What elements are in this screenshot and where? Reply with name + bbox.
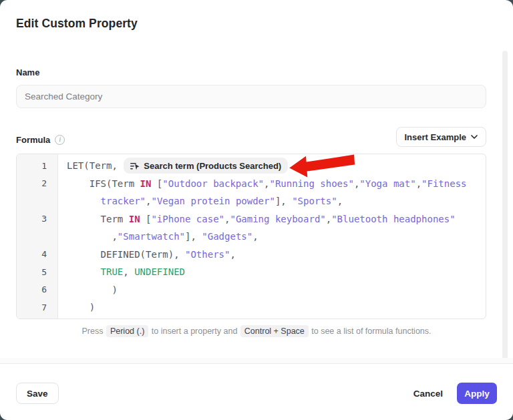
code-token: ) <box>67 302 95 312</box>
code-token: UNDEFINED <box>134 266 185 277</box>
line-number: 3 <box>17 214 58 224</box>
code-token: "Vegan protein powder" <box>151 196 275 206</box>
code-token <box>67 266 101 277</box>
code-token: Term <box>67 214 129 224</box>
formula-editor-rows: 1LET(Term, Search term (Products Searche… <box>17 157 486 317</box>
code-token: "Gadgets" <box>202 231 252 242</box>
code-token: IN <box>140 178 152 189</box>
code-row: 4 DEFINED(Term), "Others", <box>17 246 486 264</box>
code-token: LET(Term, <box>67 160 123 171</box>
kbd-chip: Control + Space <box>240 325 309 337</box>
code-token <box>67 196 101 206</box>
code-token: , <box>354 178 359 189</box>
code-token: [ <box>151 178 162 189</box>
code-row: 5 TRUE, UNDEFINED <box>17 263 486 281</box>
save-button[interactable]: Save <box>16 383 59 404</box>
code-token: "Others" <box>185 249 230 260</box>
code-token: "Bluetooth headphones" <box>331 214 455 224</box>
code-token: IN <box>129 214 140 224</box>
formula-hint: Press Period (.) to insert a property an… <box>0 327 513 336</box>
name-label: Name <box>16 67 39 77</box>
code-token: DEFINED(Term), <box>67 249 185 260</box>
code-row: 7 ) <box>17 298 486 317</box>
code-token: "Running shoes" <box>269 178 353 189</box>
hint-text: to see a list of formula functions. <box>309 327 432 336</box>
code-token: , <box>230 249 235 260</box>
code-token: , <box>289 160 300 171</box>
search-term-property-icon <box>130 162 140 170</box>
line-number: 7 <box>17 302 58 312</box>
formula-label-row: Formula i <box>16 135 65 145</box>
property-chip-label: Search term (Products Searched) <box>144 161 281 171</box>
code-token: , <box>416 178 421 189</box>
code-token: "Sports" <box>292 196 337 206</box>
code-token: , <box>337 196 343 206</box>
chevron-down-icon <box>471 135 478 139</box>
code-row: ,"Smartwatch"], "Gadgets", <box>17 228 486 246</box>
code-row: 6 ) <box>17 281 486 299</box>
code-token: "Fitness <box>421 178 466 189</box>
code-token: [ <box>140 214 152 224</box>
line-number: 2 <box>17 178 58 188</box>
dialog-title: Edit Custom Property <box>16 17 138 31</box>
vertical-scrollbar[interactable] <box>502 51 508 364</box>
apply-button[interactable]: Apply <box>457 383 497 404</box>
code-token: , <box>67 231 118 242</box>
hint-text: to insert a property and <box>149 327 240 336</box>
line-number: 4 <box>17 249 58 259</box>
code-token: tracker" <box>101 196 146 206</box>
code-token: "iPhone case" <box>151 214 224 224</box>
code-row: 3 Term IN ["iPhone case","Gaming keyboar… <box>17 210 486 228</box>
edit-custom-property-dialog: Edit Custom Property Name Formula i Inse… <box>0 0 513 420</box>
cancel-button[interactable]: Cancel <box>411 383 446 404</box>
code-token: ) <box>67 284 118 295</box>
formula-label: Formula <box>16 135 50 145</box>
code-token: , <box>326 214 331 224</box>
code-token: , <box>224 214 230 224</box>
code-row: 1LET(Term, Search term (Products Searche… <box>17 157 486 175</box>
code-token: , <box>123 266 134 277</box>
footer-divider <box>0 358 513 364</box>
code-token: ], <box>275 196 292 206</box>
code-token: IFS(Term <box>67 178 140 189</box>
property-chip[interactable]: Search term (Products Searched) <box>124 158 288 174</box>
code-token: , <box>146 196 151 206</box>
code-token: "Smartwatch" <box>118 231 185 242</box>
insert-example-label: Insert Example <box>405 132 467 142</box>
info-icon[interactable]: i <box>55 135 65 145</box>
line-number: 5 <box>17 267 58 277</box>
kbd-chip: Period (.) <box>106 325 148 337</box>
code-token: ], <box>185 231 202 242</box>
name-input[interactable] <box>16 85 486 108</box>
code-row: tracker","Vegan protein powder"], "Sport… <box>17 192 486 210</box>
hint-text: Press <box>81 327 105 336</box>
line-number: 1 <box>17 161 58 171</box>
formula-editor[interactable]: 1LET(Term, Search term (Products Searche… <box>16 154 486 319</box>
line-number: 6 <box>17 284 58 294</box>
code-token: "Gaming keyboard" <box>230 214 325 224</box>
code-token: "Yoga mat" <box>359 178 415 189</box>
code-token: TRUE <box>101 266 124 277</box>
insert-example-button[interactable]: Insert Example <box>396 127 487 147</box>
code-token: "Outdoor backpack" <box>162 178 264 189</box>
code-row: 2 IFS(Term IN ["Outdoor backpack","Runni… <box>17 175 486 193</box>
code-token: , <box>264 178 269 189</box>
code-token: , <box>252 231 258 242</box>
